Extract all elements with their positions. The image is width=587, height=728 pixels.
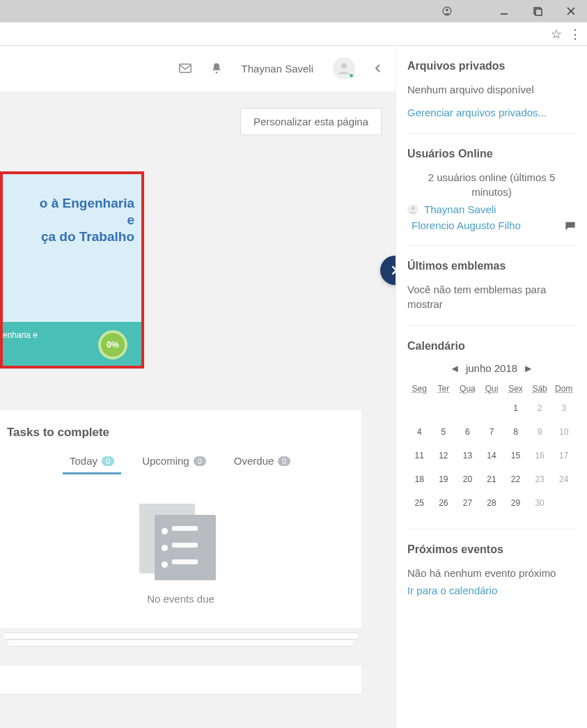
card-stack-shadow (8, 640, 353, 646)
tab-upcoming[interactable]: Upcoming 0 (142, 451, 206, 474)
calendar-day-cell[interactable]: 14 (480, 444, 504, 467)
window-titlebar (0, 0, 587, 22)
calendar-day-cell[interactable]: 2 (528, 396, 552, 420)
svg-point-1 (446, 9, 448, 12)
online-user-link[interactable]: Florencio Augusto Filho (412, 219, 521, 231)
online-user-link[interactable]: Thaynan Saveli (424, 203, 496, 215)
tasks-title: Tasks to complete (7, 426, 354, 440)
calendar-day-header: Qui (480, 381, 504, 396)
goto-calendar-link[interactable]: Ir para o calendário (407, 584, 497, 596)
svg-point-8 (215, 72, 217, 74)
calendar-day-cell[interactable]: 1 (503, 396, 528, 420)
calendar-next-icon[interactable]: ► (520, 362, 536, 374)
calendar-day-header: Dom (551, 381, 576, 396)
calendar-day-cell[interactable]: 22 (503, 467, 528, 491)
private-files-block: Arquivos privados Nenhum arquivo disponí… (407, 60, 576, 134)
calendar-block: Calendário ◄ junho 2018 ► SegTerQuaQuiSe… (407, 340, 576, 529)
private-files-title: Arquivos privados (407, 60, 576, 72)
calendar-prev-icon[interactable]: ◄ (447, 362, 463, 374)
tab-overdue-count: 0 (278, 456, 290, 466)
collapse-sidebar-icon[interactable] (375, 63, 382, 73)
calendar-day-cell[interactable]: 16 (528, 444, 552, 467)
calendar-day-cell[interactable]: 21 (480, 467, 504, 491)
calendar-day-cell[interactable]: 10 (551, 420, 576, 444)
empty-tasks-icon (139, 504, 223, 580)
calendar-day-cell[interactable]: 8 (503, 420, 528, 444)
calendar-day-cell[interactable]: 20 (455, 467, 480, 491)
online-users-summary: 2 usuários online (últimos 5 minutos) (407, 170, 576, 199)
upcoming-events-block: Próximos eventos Não há nenhum evento pr… (407, 543, 576, 611)
calendar-day-cell[interactable]: 30 (528, 491, 552, 515)
online-user-row: Florencio Augusto Filho (407, 219, 576, 231)
maximize-icon[interactable] (527, 4, 548, 18)
calendar-day-cell[interactable]: 9 (528, 420, 552, 444)
course-card[interactable]: o à Engenharia e ça do Trabalho enharia … (0, 171, 144, 369)
tab-overdue-label: Overdue (234, 455, 274, 467)
calendar-day-cell[interactable]: 18 (407, 467, 432, 491)
tasks-tabs: Today 0 Upcoming 0 Overdue 0 (7, 451, 354, 474)
account-icon[interactable] (437, 4, 457, 18)
course-footer-text: enharia e (3, 330, 38, 340)
tab-upcoming-label: Upcoming (142, 455, 189, 467)
tab-overdue[interactable]: Overdue 0 (234, 451, 291, 474)
calendar-day-cell: . (407, 396, 432, 420)
right-sidebar: Arquivos privados Nenhum arquivo disponí… (396, 46, 587, 728)
tab-today-label: Today (70, 455, 97, 467)
calendar-day-cell[interactable]: 12 (432, 444, 456, 467)
tab-today[interactable]: Today 0 (70, 451, 114, 474)
calendar-day-cell[interactable]: 26 (432, 491, 456, 515)
calendar-day-header: Qua (455, 381, 480, 396)
calendar-day-cell[interactable]: 27 (455, 491, 480, 515)
calendar-day-cell[interactable]: 7 (480, 420, 504, 444)
calendar-day-cell: . (455, 396, 480, 420)
badges-block: Últimos emblemas Você não tem emblemas p… (407, 260, 576, 326)
bookmark-star-icon[interactable]: ☆ (551, 26, 562, 42)
username-label[interactable]: Thaynan Saveli (242, 63, 313, 75)
next-course-button[interactable] (380, 256, 396, 285)
browser-toolbar: ☆ ⋮ (0, 22, 587, 46)
manage-files-link[interactable]: Gerenciar arquivos privados... (407, 107, 547, 118)
user-avatar-icon (407, 204, 418, 215)
chat-icon[interactable] (565, 221, 576, 231)
calendar-day-cell[interactable]: 17 (551, 444, 576, 467)
tab-upcoming-count: 0 (194, 456, 206, 466)
calendar-day-cell[interactable]: 13 (455, 444, 480, 467)
calendar-day-cell[interactable]: 19 (432, 467, 456, 491)
online-user-row: Thaynan Saveli (407, 203, 576, 215)
online-users-block: Usuários Online 2 usuários online (últim… (407, 148, 576, 246)
calendar-day-cell[interactable]: 24 (551, 467, 576, 491)
calendar-day-cell[interactable]: 3 (551, 396, 576, 420)
calendar-day-cell[interactable]: 11 (407, 444, 432, 467)
svg-point-10 (412, 206, 415, 210)
calendar-day-cell[interactable]: 29 (503, 491, 528, 515)
avatar[interactable] (333, 57, 355, 79)
notifications-icon[interactable] (211, 62, 222, 75)
course-title-line1: o à Engenharia (3, 195, 134, 212)
calendar-day-cell[interactable]: 28 (480, 491, 504, 515)
svg-rect-4 (535, 9, 542, 15)
calendar-day-cell[interactable]: 4 (407, 420, 432, 444)
badges-empty: Você não tem emblemas para mostrar (407, 282, 576, 311)
course-title-line3: ça do Trabalho (3, 229, 134, 245)
card-stack-shadow (4, 633, 357, 640)
messages-icon[interactable] (179, 63, 191, 73)
calendar-grid: SegTerQuaQuiSexSábDom ....12345678910111… (407, 381, 576, 515)
customize-page-button[interactable]: Personalizar esta página (240, 108, 382, 135)
calendar-day-header: Seg (407, 381, 432, 396)
calendar-month-label[interactable]: junho 2018 (466, 362, 517, 374)
upcoming-title: Próximos eventos (407, 543, 576, 556)
minimize-icon[interactable] (494, 4, 515, 18)
badges-title: Últimos emblemas (407, 260, 576, 272)
tasks-card: Tasks to complete Today 0 Upcoming 0 Ove… (0, 410, 361, 628)
calendar-day-cell[interactable]: 6 (455, 420, 480, 444)
calendar-day-cell[interactable]: 5 (432, 420, 456, 444)
private-files-empty: Nenhum arquivo disponível (407, 82, 576, 97)
browser-menu-icon[interactable]: ⋮ (569, 26, 581, 42)
calendar-day-cell[interactable]: 25 (407, 491, 432, 515)
empty-tasks-text: No events due (147, 593, 214, 605)
calendar-day-cell[interactable]: 15 (503, 444, 528, 467)
close-icon[interactable] (561, 4, 581, 18)
calendar-day-cell[interactable]: 23 (528, 467, 552, 491)
calendar-day-cell: . (432, 396, 456, 420)
svg-point-9 (341, 63, 347, 69)
